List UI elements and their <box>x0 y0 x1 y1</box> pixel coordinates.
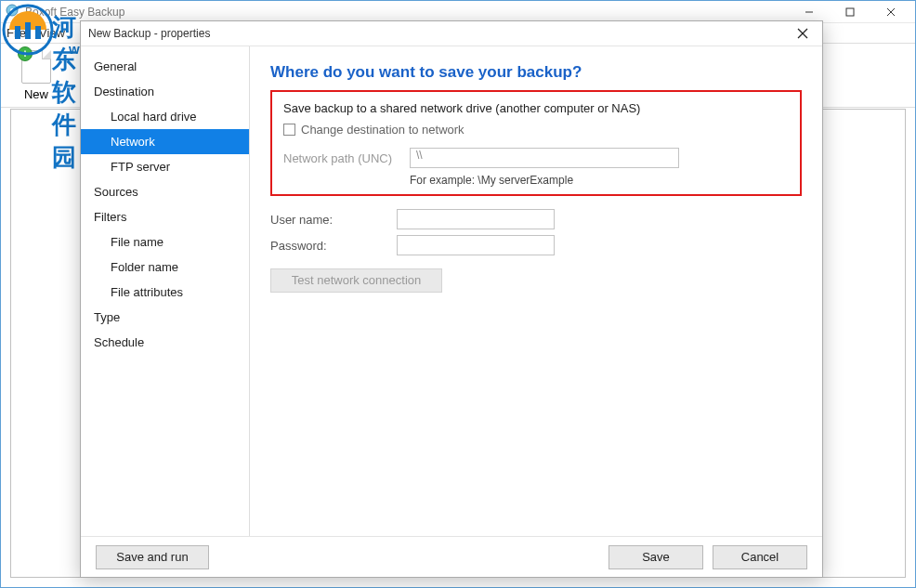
sidebar-item-type[interactable]: Type <box>81 305 249 330</box>
password-label: Password: <box>270 239 387 253</box>
sidebar-item-file-attributes[interactable]: File attributes <box>81 280 249 305</box>
checkbox-label: Change destination to network <box>301 123 465 137</box>
sidebar-item-general[interactable]: General <box>81 54 249 79</box>
sidebar-item-local-hard-drive[interactable]: Local hard drive <box>81 104 249 129</box>
new-file-icon: + <box>21 50 51 84</box>
close-button[interactable] <box>870 2 911 22</box>
dialog-title: New Backup - properties <box>88 27 791 40</box>
menu-view[interactable]: View <box>39 26 65 40</box>
section-title: Save backup to a shared network drive (a… <box>283 101 789 115</box>
menu-file[interactable]: File <box>7 26 26 40</box>
highlight-box: Save backup to a shared network drive (a… <box>270 90 802 196</box>
sidebar-item-folder-name[interactable]: Folder name <box>81 255 249 280</box>
dialog-body: GeneralDestinationLocal hard driveNetwor… <box>81 46 822 536</box>
sidebar-item-file-name[interactable]: File name <box>81 229 249 255</box>
checkbox-icon[interactable] <box>283 124 295 136</box>
username-input[interactable] <box>397 209 555 229</box>
example-text: For example: \My serverExample <box>410 174 789 187</box>
network-path-input[interactable]: \\ <box>410 148 679 168</box>
app-icon <box>5 3 20 20</box>
password-input[interactable] <box>397 235 555 255</box>
save-button[interactable]: Save <box>608 545 703 569</box>
sidebar-item-destination[interactable]: Destination <box>81 79 249 104</box>
cancel-button[interactable]: Cancel <box>713 545 807 569</box>
sidebar-item-filters[interactable]: Filters <box>81 204 249 229</box>
network-path-label: Network path (UNC) <box>283 151 400 165</box>
dialog-close-button[interactable] <box>791 21 815 46</box>
change-destination-checkbox-row[interactable]: Change destination to network <box>283 123 789 137</box>
dialog-footer: Save and run Save Cancel <box>81 536 822 577</box>
maximize-button[interactable] <box>830 2 870 22</box>
app-title: Boxoft Easy Backup <box>25 6 789 19</box>
minimize-button[interactable] <box>789 2 830 22</box>
svg-rect-3 <box>846 8 854 16</box>
properties-dialog: New Backup - properties GeneralDestinati… <box>80 20 823 578</box>
sidebar-item-network[interactable]: Network <box>81 129 249 154</box>
sidebar-item-ftp-server[interactable]: FTP server <box>81 154 249 179</box>
new-button-label: New <box>24 87 48 101</box>
save-and-run-button[interactable]: Save and run <box>96 545 209 569</box>
sidebar-item-sources[interactable]: Sources <box>81 179 249 204</box>
panel-heading: Where do you want to save your backup? <box>270 63 802 82</box>
sidebar: GeneralDestinationLocal hard driveNetwor… <box>81 46 250 536</box>
sidebar-item-schedule[interactable]: Schedule <box>81 330 249 355</box>
dialog-titlebar: New Backup - properties <box>81 21 822 46</box>
test-network-button[interactable]: Test network connection <box>270 268 442 293</box>
window-controls <box>789 2 911 22</box>
username-label: User name: <box>270 213 387 227</box>
new-button[interactable]: + New <box>10 45 62 107</box>
panel: Where do you want to save your backup? S… <box>250 46 822 536</box>
svg-point-1 <box>10 8 14 12</box>
